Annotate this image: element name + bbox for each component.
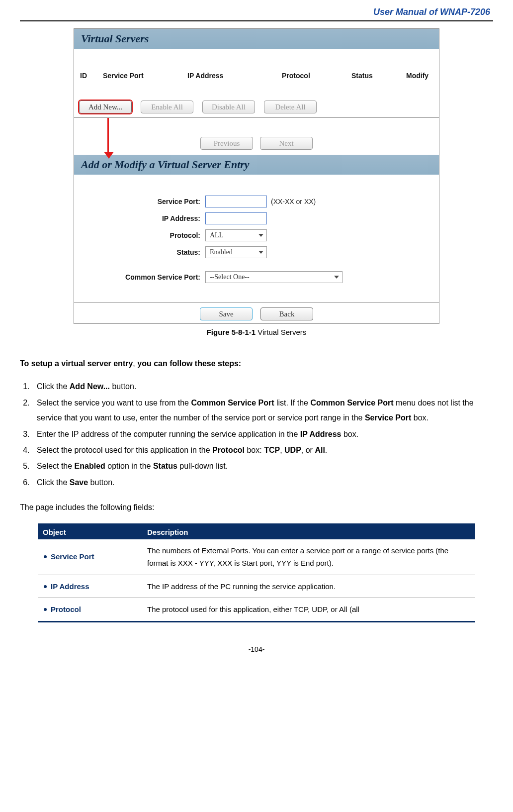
- step-1: Click the Add New... button.: [32, 379, 493, 394]
- header-rule: [20, 20, 493, 21]
- page-number: -104-: [20, 645, 493, 653]
- next-button[interactable]: Next: [260, 137, 313, 150]
- figure-wrap: Virtual Servers ID Service Port IP Addre…: [20, 28, 493, 348]
- arrow-line-icon: [107, 118, 109, 153]
- panel-title-add-modify: Add or Modify a Virtual Server Entry: [74, 155, 439, 175]
- bullet-icon: [44, 608, 47, 611]
- table-row: Protocol The protocol used for this appl…: [38, 598, 475, 622]
- col-status: Status: [351, 72, 406, 80]
- ip-address-input[interactable]: [205, 212, 267, 224]
- arrow-head-icon: [104, 152, 114, 159]
- step-5: Select the Enabled option in the Status …: [32, 459, 493, 474]
- figure-text: Virtual Servers: [256, 328, 306, 336]
- status-select-value: Enabled: [210, 248, 233, 256]
- protocol-select-value: ALL: [210, 231, 223, 239]
- intro-lead: To setup a virtual server entry: [20, 359, 133, 368]
- enable-all-button[interactable]: Enable All: [141, 101, 193, 113]
- col-id: ID: [80, 72, 103, 80]
- disable-all-button[interactable]: Disable All: [202, 101, 255, 113]
- virtual-servers-columns: ID Service Port IP Address Protocol Stat…: [74, 49, 439, 101]
- table-row: IP Address The IP address of the PC runn…: [38, 575, 475, 598]
- button-row: Add New... Enable All Disable All Delete…: [74, 101, 439, 118]
- obj-name: Service Port: [51, 552, 94, 561]
- figure-number: Figure 5-8-1-1: [207, 328, 256, 336]
- th-object: Object: [38, 524, 142, 539]
- label-common-service-port: Common Service Port:: [83, 273, 205, 281]
- label-protocol: Protocol:: [83, 231, 205, 239]
- obj-desc: The protocol used for this application, …: [142, 598, 475, 622]
- intro-sep: ,: [133, 359, 137, 368]
- page-header-title: User Manual of WNAP-7206: [0, 0, 513, 20]
- chevron-down-icon: [258, 251, 263, 254]
- previous-button[interactable]: Previous: [200, 137, 253, 150]
- service-port-input[interactable]: [205, 196, 267, 207]
- common-service-port-select[interactable]: --Select One--: [205, 271, 342, 283]
- steps-list: Click the Add New... button. Select the …: [20, 379, 493, 490]
- obj-desc: The numbers of External Ports. You can e…: [142, 539, 475, 575]
- step-3: Enter the IP address of the computer run…: [32, 427, 493, 442]
- chevron-down-icon: [334, 276, 339, 279]
- obj-name: IP Address: [51, 582, 89, 591]
- save-row: Save Back: [74, 302, 439, 323]
- back-button[interactable]: Back: [260, 307, 313, 320]
- obj-desc: The IP address of the PC running the ser…: [142, 575, 475, 598]
- form-area: Service Port: (XX-XX or XX) IP Address: …: [74, 175, 439, 302]
- th-description: Description: [142, 524, 475, 539]
- body-text: To setup a virtual server entry, you can…: [20, 356, 493, 515]
- common-service-port-value: --Select One--: [210, 273, 250, 281]
- step-6: Click the Save button.: [32, 475, 493, 490]
- pager-row: Previous Next: [74, 118, 439, 155]
- label-status: Status:: [83, 248, 205, 256]
- fields-table: Object Description Service Port The numb…: [38, 523, 475, 622]
- col-modify: Modify: [406, 72, 433, 80]
- col-ip-address: IP Address: [187, 72, 282, 80]
- protocol-select[interactable]: ALL: [205, 229, 267, 241]
- step-4: Select the protocol used for this applic…: [32, 443, 493, 458]
- fields-intro: The page includes the following fields:: [20, 500, 493, 515]
- bullet-icon: [44, 585, 47, 588]
- status-select[interactable]: Enabled: [205, 246, 267, 258]
- intro-line: To setup a virtual server entry, you can…: [20, 356, 493, 371]
- obj-name: Protocol: [51, 605, 81, 613]
- add-new-button[interactable]: Add New...: [79, 101, 132, 113]
- intro-lead2: you can follow these steps:: [137, 359, 241, 368]
- table-row: Service Port The numbers of External Por…: [38, 539, 475, 575]
- bullet-icon: [44, 555, 47, 558]
- col-service-port: Service Port: [103, 72, 187, 80]
- label-ip-address: IP Address:: [83, 214, 205, 222]
- label-service-port: Service Port:: [83, 198, 205, 205]
- panel-title-virtual-servers: Virtual Servers: [74, 29, 439, 49]
- virtual-servers-panel: Virtual Servers ID Service Port IP Addre…: [74, 28, 439, 324]
- save-button[interactable]: Save: [200, 307, 253, 320]
- service-port-hint: (XX-XX or XX): [267, 198, 316, 205]
- chevron-down-icon: [258, 234, 263, 237]
- delete-all-button[interactable]: Delete All: [264, 101, 317, 113]
- fields-table-wrap: Object Description Service Port The numb…: [20, 523, 493, 622]
- step-2: Select the service you want to use from …: [32, 396, 493, 426]
- figure-caption: Figure 5-8-1-1 Virtual Servers: [207, 328, 307, 336]
- col-protocol: Protocol: [282, 72, 351, 80]
